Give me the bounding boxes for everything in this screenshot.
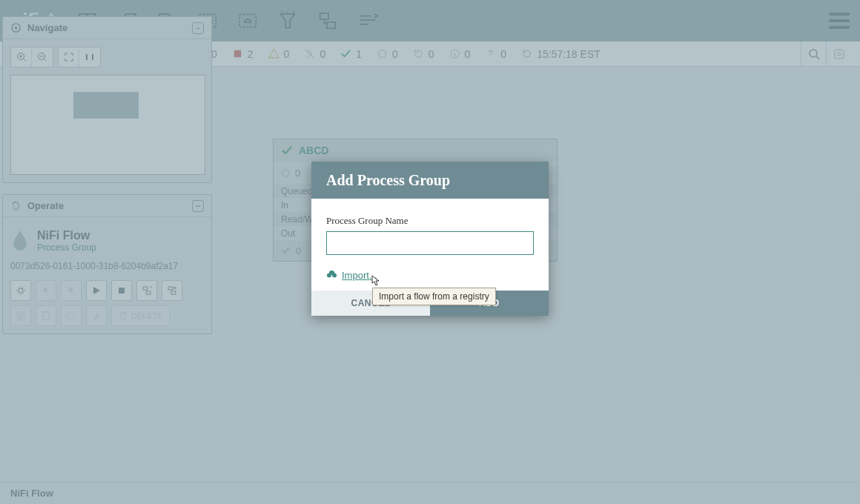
import-link[interactable]: Import... [326, 270, 377, 281]
import-tooltip: Import a flow from a registry [372, 288, 496, 305]
import-link-label: Import... [342, 270, 377, 281]
field-label: Process Group Name [326, 215, 534, 227]
cloud-download-icon [326, 270, 337, 281]
dialog-title: Add Process Group [311, 162, 549, 199]
process-group-name-input[interactable] [326, 231, 534, 255]
